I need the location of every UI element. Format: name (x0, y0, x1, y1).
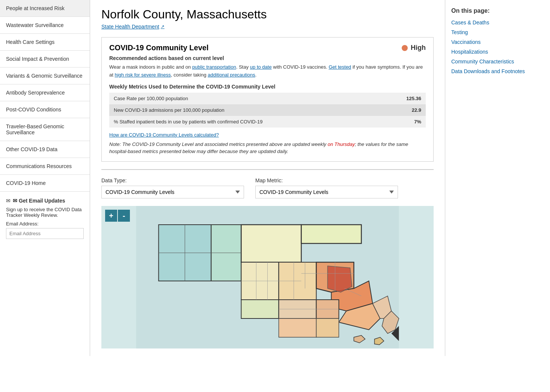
sidebar-item-covid-home[interactable]: COVID-19 Home (0, 175, 90, 192)
sidebar-item-wastewater[interactable]: Wastewater Surveillance (0, 17, 90, 34)
sidebar-item-people-at-risk[interactable]: People at Increased Risk (0, 0, 90, 17)
map-metric-group: Map Metric: COVID-19 Community Levels (255, 177, 398, 198)
level-indicator: High (402, 44, 426, 52)
zoom-out-button[interactable]: - (118, 210, 130, 222)
how-calculated-link[interactable]: How are COVID-19 Community Levels calcul… (109, 132, 426, 138)
metric-value: 22.9 (384, 104, 426, 116)
sidebar-item-health-care[interactable]: Health Care Settings (0, 34, 90, 51)
data-type-label: Data Type: (101, 177, 244, 183)
on-this-page-links: Cases & DeathsTestingVaccinationsHospita… (451, 20, 544, 74)
sidebar-item-other[interactable]: Other COVID-19 Data (0, 141, 90, 158)
state-dept-label: State Health Department (101, 24, 159, 30)
svg-marker-4 (301, 225, 362, 243)
svg-marker-19 (328, 266, 352, 292)
note-thursday: on Thursday (328, 141, 355, 147)
community-level-box: COVID-19 Community Level High Recommende… (101, 37, 434, 162)
page-title: Norfolk County, Massachusetts (101, 8, 434, 21)
external-link-icon: ↗ (161, 24, 164, 29)
data-type-select[interactable]: COVID-19 Community Levels (101, 186, 244, 198)
map-zoom-controls: + - (105, 210, 130, 222)
sidebar: People at Increased RiskWastewater Surve… (0, 0, 90, 356)
svg-marker-14 (241, 300, 279, 318)
metric-label: % Staffed inpatient beds in use by patie… (109, 116, 384, 128)
metric-row: New COVID-19 admissions per 100,000 popu… (109, 104, 426, 116)
metric-row: Case Rate per 100,000 population125.36 (109, 93, 426, 104)
state-dept-link[interactable]: State Health Department ↗ (101, 24, 164, 30)
on-this-page-link-data-downloads[interactable]: Data Downloads and Footnotes (451, 68, 544, 74)
email-label: Email Address: (6, 221, 84, 227)
public-transport-link[interactable]: public transportation (192, 64, 236, 70)
on-this-page-title: On this page: (451, 8, 544, 14)
rec-text-3: with COVID-19 vaccines. (272, 64, 329, 70)
email-description: Sign up to receive the COVID Data Tracke… (6, 207, 84, 218)
note-text: Note: The COVID-19 Community Level and a… (109, 141, 426, 155)
svg-marker-17 (279, 318, 316, 337)
on-this-page-link-vaccinations[interactable]: Vaccinations (451, 39, 544, 45)
map-metric-select[interactable]: COVID-19 Community Levels (255, 186, 398, 198)
recommended-text: Wear a mask indoors in public and on pub… (109, 63, 426, 79)
rec-text-6: . (255, 72, 257, 78)
massachusetts-map (101, 206, 434, 348)
metric-row: % Staffed inpatient beds in use by patie… (109, 116, 426, 128)
map-container: + - (101, 206, 434, 348)
additional-precautions-link[interactable]: additional precautions (208, 72, 255, 78)
right-sidebar: On this page: Cases & DeathsTestingVacci… (445, 0, 550, 356)
level-value: High (411, 44, 426, 52)
zoom-in-button[interactable]: + (105, 210, 117, 222)
email-icon: ✉ (6, 198, 11, 204)
note-text-1: Note: The COVID-19 Community Level and a… (109, 141, 328, 147)
get-tested-link[interactable]: Get tested (328, 64, 351, 70)
main-content: Norfolk County, Massachusetts State Heal… (90, 0, 445, 356)
svg-marker-18 (316, 318, 339, 337)
rec-text-2: . Stay (236, 64, 250, 70)
level-dot (402, 45, 408, 51)
sidebar-item-post-covid[interactable]: Post-COVID Conditions (0, 101, 90, 118)
sidebar-item-antibody[interactable]: Antibody Seroprevalence (0, 84, 90, 101)
map-metric-label: Map Metric: (255, 177, 398, 183)
metric-label: Case Rate per 100,000 population (109, 93, 384, 104)
get-email-updates-label: ✉ Get Email Updates (13, 198, 65, 204)
sidebar-item-variants[interactable]: Variants & Genomic Surveillance (0, 68, 90, 84)
on-this-page-link-cases-deaths[interactable]: Cases & Deaths (451, 20, 544, 26)
on-this-page-link-community-characteristics[interactable]: Community Characteristics (451, 59, 544, 65)
high-risk-link[interactable]: high risk for severe illness (115, 72, 171, 78)
email-input[interactable] (6, 228, 84, 239)
on-this-page-link-testing[interactable]: Testing (451, 29, 544, 35)
metrics-table: Case Rate per 100,000 population125.36Ne… (109, 93, 426, 128)
rec-text-5: , consider taking (171, 72, 208, 78)
metrics-title: Weekly Metrics Used to Determine the COV… (109, 84, 426, 90)
recommended-actions-title: Recommended actions based on current lev… (109, 55, 426, 61)
community-level-title: COVID-19 Community Level (109, 44, 209, 52)
metric-label: New COVID-19 admissions per 100,000 popu… (109, 104, 384, 116)
rec-text-1: Wear a mask indoors in public and on (109, 64, 192, 70)
metric-value: 7% (384, 116, 426, 128)
metric-value: 125.36 (384, 93, 426, 104)
svg-marker-3 (241, 225, 301, 262)
on-this-page-link-hospitalizations[interactable]: Hospitalizations (451, 49, 544, 55)
sidebar-item-traveler[interactable]: Traveler-Based Genomic Surveillance (0, 118, 90, 141)
data-type-group: Data Type: COVID-19 Community Levels (101, 177, 244, 198)
up-to-date-link[interactable]: up to date (250, 64, 272, 70)
sidebar-item-communications[interactable]: Communications Resources (0, 158, 90, 175)
sidebar-item-social-impact[interactable]: Social Impact & Prevention (0, 51, 90, 68)
data-controls: Data Type: COVID-19 Community Levels Map… (101, 169, 434, 348)
